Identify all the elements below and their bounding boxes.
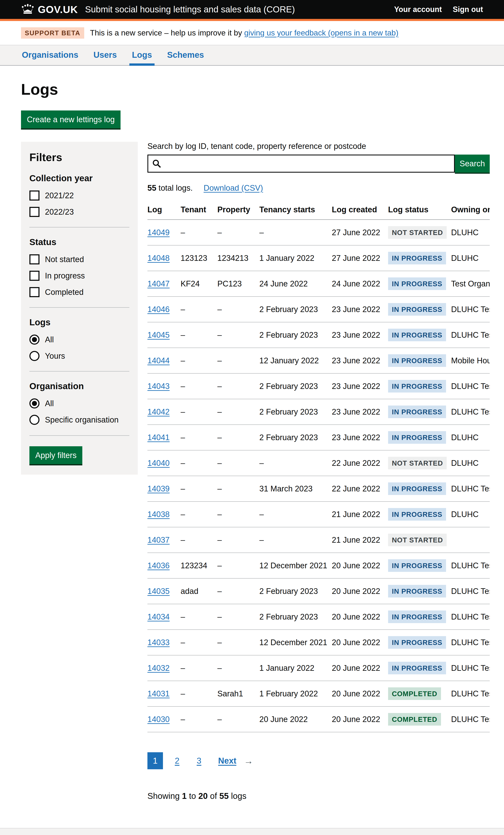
search-button[interactable]: Search	[455, 155, 490, 172]
pagination-next-link[interactable]: Next	[218, 756, 237, 766]
log-id-link[interactable]: 14048	[147, 254, 170, 263]
cell-owning-org: DLUHC	[451, 220, 490, 245]
radio-yours[interactable]	[29, 351, 39, 361]
cell-tenancy-starts: 2 February 2023	[259, 297, 332, 322]
main-content: Logs Create a new lettings log Filters C…	[0, 66, 504, 828]
cell-log-created: 24 June 2022	[332, 271, 388, 297]
table-row: 14038 – – – 21 June 2022 IN PROGRESS DLU…	[147, 502, 490, 527]
cell-log: 14032	[147, 655, 181, 681]
sign-out-link[interactable]: Sign out	[453, 5, 483, 14]
log-id-link[interactable]: 14047	[147, 279, 170, 288]
download-csv-link[interactable]: Download (CSV)	[204, 184, 263, 192]
log-id-link[interactable]: 14046	[147, 305, 170, 314]
log-id-link[interactable]: 14038	[147, 510, 170, 519]
log-id-link[interactable]: 14037	[147, 535, 170, 544]
cell-log-status: IN PROGRESS	[388, 425, 451, 450]
cell-log: 14030	[147, 707, 181, 732]
nav-item-schemes[interactable]: Schemes	[166, 45, 205, 65]
search-box	[147, 155, 455, 172]
cell-tenancy-starts: 2 February 2023	[259, 322, 332, 348]
pagination-page-link[interactable]: 3	[191, 752, 207, 769]
cell-tenancy-starts: 1 February 2022	[259, 681, 332, 707]
nav-list-item: Users	[93, 45, 118, 65]
log-id-link[interactable]: 14032	[147, 664, 170, 672]
header-logo-group[interactable]: GOV.UK Submit social housing lettings an…	[21, 4, 295, 15]
cell-owning-org: DLUHC Test	[451, 630, 490, 655]
cell-log: 14033	[147, 630, 181, 655]
log-id-link[interactable]: 14045	[147, 330, 170, 339]
cell-log-status: IN PROGRESS	[388, 297, 451, 322]
filter-option-label: In progress	[45, 271, 85, 280]
nav-list-item: Logs	[131, 45, 153, 65]
radio-all[interactable]	[29, 399, 39, 408]
footer: Get help with this service Online helpde…	[0, 828, 504, 835]
checkbox-2021-22[interactable]	[29, 190, 39, 201]
pagination: 123 Next →	[147, 752, 490, 769]
log-id-link[interactable]: 14041	[147, 433, 170, 442]
feedback-link[interactable]: giving us your feedback (opens in a new …	[244, 28, 398, 37]
pagination-current-page[interactable]: 1	[147, 752, 163, 769]
total-logs-suffix: total logs.	[156, 184, 193, 192]
log-id-link[interactable]: 14049	[147, 228, 170, 237]
create-lettings-log-button[interactable]: Create a new lettings log	[21, 110, 121, 128]
log-id-link[interactable]: 14042	[147, 407, 170, 416]
cell-log: 14038	[147, 502, 181, 527]
primary-nav-list: Organisations Users Logs Schemes	[21, 45, 483, 65]
filter-option: In progress	[29, 271, 129, 281]
nav-item-organisations[interactable]: Organisations	[21, 45, 79, 65]
cell-log-created: 20 June 2022	[332, 655, 388, 681]
phase-banner-text: This is a new service – help us improve …	[90, 28, 398, 37]
column-header-log: Log	[147, 201, 181, 220]
filter-option: Specific organisation	[29, 415, 129, 425]
nav-item-logs[interactable]: Logs	[131, 45, 153, 65]
cell-tenancy-starts: –	[259, 527, 332, 553]
apply-filters-button[interactable]: Apply filters	[29, 446, 82, 464]
your-account-link[interactable]: Your account	[394, 5, 442, 14]
cell-log-created: 20 June 2022	[332, 604, 388, 630]
pagination-page-link[interactable]: 2	[169, 752, 185, 769]
checkbox-in-progress[interactable]	[29, 271, 39, 281]
cell-log: 14044	[147, 348, 181, 373]
cell-owning-org: DLUHC Test	[451, 399, 490, 425]
cell-log-status: IN PROGRESS	[388, 578, 451, 604]
log-id-link[interactable]: 14035	[147, 587, 170, 596]
column-header-log-created: Log created	[332, 201, 388, 220]
log-id-link[interactable]: 14030	[147, 715, 170, 724]
log-id-link[interactable]: 14044	[147, 356, 170, 365]
cell-tenant: –	[181, 707, 217, 732]
table-row: 14043 – – 2 February 2023 23 June 2022 I…	[147, 373, 490, 399]
logs-table: LogTenantPropertyTenancy startsLog creat…	[147, 201, 490, 732]
cell-owning-org: DLUHC	[451, 245, 490, 271]
log-id-link[interactable]: 14039	[147, 484, 170, 493]
log-id-link[interactable]: 14033	[147, 638, 170, 647]
nav-item-users[interactable]: Users	[93, 45, 118, 65]
log-id-link[interactable]: 14034	[147, 612, 170, 621]
filter-option-label: 2022/23	[45, 207, 74, 217]
checkbox-not-started[interactable]	[29, 254, 39, 264]
log-id-link[interactable]: 14043	[147, 382, 170, 391]
cell-property: –	[217, 655, 259, 681]
logs-table-body: 14049 – – – 27 June 2022 NOT STARTED DLU…	[147, 220, 490, 732]
cell-log-created: 20 June 2022	[332, 681, 388, 707]
checkbox-2022-23[interactable]	[29, 207, 39, 217]
cell-log-created: 20 June 2022	[332, 707, 388, 732]
log-id-link[interactable]: 14040	[147, 459, 170, 467]
table-row: 14030 – – 20 June 2022 20 June 2022 COMP…	[147, 707, 490, 732]
radio-all[interactable]	[29, 334, 39, 345]
cell-property: –	[217, 604, 259, 630]
service-name[interactable]: Submit social housing lettings and sales…	[85, 4, 295, 15]
log-id-link[interactable]: 14036	[147, 561, 170, 570]
cell-tenancy-starts: 2 February 2023	[259, 578, 332, 604]
cell-log-created: 23 June 2022	[332, 425, 388, 450]
filter-option: All	[29, 399, 129, 408]
log-id-link[interactable]: 14031	[147, 689, 170, 698]
filter-group-title: Collection year	[29, 173, 129, 183]
filter-group-options: Not started In progress Completed	[29, 254, 129, 297]
cell-tenancy-starts: 2 February 2023	[259, 425, 332, 450]
search-input[interactable]	[147, 155, 455, 172]
radio-specific-organisation[interactable]	[29, 415, 39, 425]
table-row: 14044 – – 12 January 2022 23 June 2022 I…	[147, 348, 490, 373]
cell-log-created: 27 June 2022	[332, 220, 388, 245]
cell-property: –	[217, 322, 259, 348]
checkbox-completed[interactable]	[29, 287, 39, 297]
